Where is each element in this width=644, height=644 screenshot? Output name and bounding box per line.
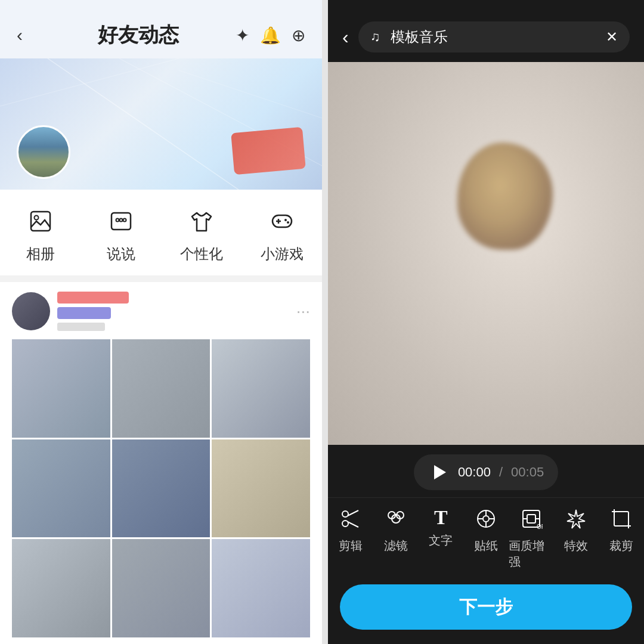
video-background [328, 62, 644, 445]
player-controls: 00:00 / 00:05 [414, 454, 558, 490]
svg-line-2 [0, 58, 179, 106]
banner-red-decoration [231, 127, 306, 175]
photo-1[interactable] [12, 339, 110, 438]
menu-games[interactable]: 小游戏 [242, 208, 322, 264]
header-icons: ✦ 🔔 ⊕ [236, 26, 305, 45]
menu-personalize[interactable]: 个性化 [161, 208, 242, 264]
personalize-label: 个性化 [180, 244, 223, 264]
feed-area: ··· [0, 276, 322, 644]
music-label: 模板音乐 [391, 27, 600, 47]
shirt-icon [188, 208, 215, 238]
album-label: 相册 [26, 244, 55, 264]
music-close-icon[interactable]: ✕ [606, 29, 618, 45]
total-time: 00:05 [511, 465, 544, 480]
toolbar-crop[interactable]: 裁剪 [599, 507, 644, 570]
svg-point-23 [483, 516, 489, 522]
gamepad-icon [269, 208, 295, 238]
svg-rect-4 [31, 212, 50, 231]
music-pill[interactable]: ♫ 模板音乐 ✕ [358, 21, 630, 52]
svg-text:OFF: OFF [537, 524, 543, 530]
menu-posts[interactable]: 说说 [80, 208, 161, 264]
photo-8[interactable] [112, 539, 210, 637]
feed-avatar-1[interactable] [12, 292, 50, 330]
effect-label: 特效 [564, 538, 588, 554]
svg-line-0 [48, 58, 239, 190]
svg-rect-29 [527, 515, 535, 523]
play-button[interactable] [428, 462, 450, 483]
toolbar-cut[interactable]: 剪辑 [328, 507, 373, 570]
album-icon-box [25, 208, 56, 239]
feed-name-block-1 [57, 292, 289, 331]
current-time: 00:00 [458, 465, 491, 480]
sparkle-icon[interactable]: ✦ [236, 26, 249, 45]
svg-point-13 [284, 219, 287, 221]
photo-9[interactable] [212, 539, 310, 637]
photo-5[interactable] [112, 439, 210, 538]
back-icon[interactable]: ‹ [17, 25, 41, 45]
text-icon: T [434, 507, 448, 528]
feature-menu: 相册 说说 [0, 190, 322, 276]
toolbar-text[interactable]: T 文字 [418, 507, 463, 570]
svg-point-9 [123, 219, 126, 222]
photo-7[interactable] [12, 539, 110, 637]
svg-line-3 [179, 70, 322, 118]
feed-time-1 [57, 323, 105, 331]
panel-divider [322, 0, 328, 644]
toolbar-effect[interactable]: 特效 [554, 507, 599, 570]
svg-point-5 [34, 216, 38, 220]
left-header: ‹ 好友动态 ✦ 🔔 ⊕ [0, 0, 322, 58]
album-icon [27, 208, 54, 238]
enhance-icon: OFF [520, 507, 543, 533]
sticker-label: 贴纸 [474, 538, 498, 554]
svg-line-18 [348, 522, 358, 527]
games-label: 小游戏 [261, 244, 304, 264]
video-preview[interactable] [328, 62, 644, 445]
right-panel: ‹ ♫ 模板音乐 ✕ 00:00 / 00:05 [328, 0, 644, 644]
next-button[interactable]: 下一步 [340, 584, 632, 630]
right-back-icon[interactable]: ‹ [342, 26, 349, 48]
left-panel: ‹ 好友动态 ✦ 🔔 ⊕ [0, 0, 322, 644]
photo-4[interactable] [12, 439, 110, 538]
feed-item-1-header: ··· [12, 292, 310, 331]
svg-point-7 [116, 219, 119, 222]
next-label: 下一步 [459, 595, 513, 620]
sticker-icon [475, 507, 497, 533]
video-object [457, 143, 553, 250]
text-label: 文字 [429, 532, 453, 549]
profile-banner [0, 58, 322, 190]
enhance-label: 画质增强 [509, 538, 554, 570]
photo-2[interactable] [112, 339, 210, 438]
photo-3[interactable] [212, 339, 310, 438]
filter-icon [385, 507, 407, 533]
page-title: 好友动态 [41, 21, 236, 49]
photo-6[interactable] [212, 439, 310, 538]
svg-point-14 [287, 221, 289, 224]
menu-album[interactable]: 相册 [0, 208, 80, 264]
posts-label: 说说 [107, 244, 135, 264]
filter-label: 滤镜 [384, 538, 408, 554]
plus-icon[interactable]: ⊕ [292, 26, 305, 45]
posts-icon-box [106, 208, 137, 239]
time-separator: / [499, 465, 503, 480]
cut-label: 剪辑 [339, 538, 363, 554]
effect-icon [565, 507, 587, 533]
toolbar-sticker[interactable]: 贴纸 [463, 507, 509, 570]
play-triangle-icon [434, 465, 446, 479]
crop-label: 裁剪 [609, 538, 633, 554]
user-avatar[interactable] [17, 125, 70, 179]
svg-point-16 [342, 511, 348, 517]
feed-more-1[interactable]: ··· [296, 302, 310, 321]
posts-icon [108, 208, 134, 238]
svg-rect-10 [273, 215, 292, 227]
games-icon-box [267, 208, 298, 239]
toolbar-filter[interactable]: 滤镜 [373, 507, 419, 570]
photo-grid [12, 339, 310, 637]
crop-icon [610, 507, 633, 533]
feed-username-1 [57, 292, 129, 304]
toolbar-enhance[interactable]: OFF 画质增强 [509, 507, 554, 570]
svg-rect-33 [614, 512, 628, 526]
feed-badge-1 [57, 307, 111, 319]
bell-icon[interactable]: 🔔 [260, 26, 281, 45]
right-header: ‹ ♫ 模板音乐 ✕ [328, 0, 644, 62]
svg-point-8 [119, 219, 122, 222]
